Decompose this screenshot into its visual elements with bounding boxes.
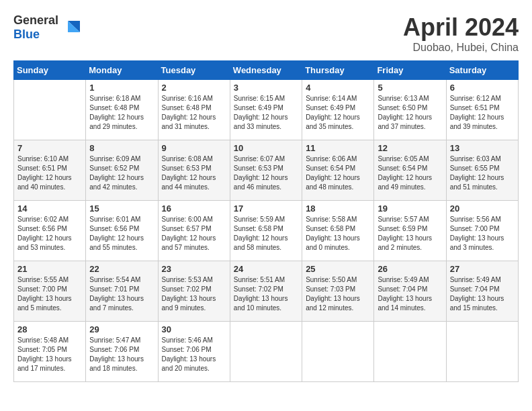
header-saturday: Saturday <box>446 61 518 80</box>
day-info: Sunrise: 5:49 AM Sunset: 7:04 PM Dayligh… <box>378 275 442 313</box>
day-info: Sunrise: 6:01 AM Sunset: 6:56 PM Dayligh… <box>89 215 154 253</box>
calendar-cell: 7Sunrise: 6:10 AM Sunset: 6:51 PM Daylig… <box>14 140 86 201</box>
day-number: 24 <box>234 264 298 274</box>
day-info: Sunrise: 6:02 AM Sunset: 6:56 PM Dayligh… <box>17 215 82 253</box>
calendar-cell: 22Sunrise: 5:54 AM Sunset: 7:01 PM Dayli… <box>86 261 158 322</box>
day-number: 13 <box>450 143 515 153</box>
day-number: 29 <box>89 324 154 334</box>
day-number: 8 <box>89 143 154 153</box>
calendar-table: SundayMondayTuesdayWednesdayThursdayFrid… <box>13 60 519 382</box>
header-thursday: Thursday <box>302 61 374 80</box>
calendar-cell <box>374 322 446 382</box>
day-info: Sunrise: 5:58 AM Sunset: 6:58 PM Dayligh… <box>306 215 370 253</box>
calendar-cell: 1Sunrise: 6:18 AM Sunset: 6:48 PM Daylig… <box>86 80 158 140</box>
calendar-cell: 5Sunrise: 6:13 AM Sunset: 6:50 PM Daylig… <box>374 80 446 140</box>
calendar-cell: 4Sunrise: 6:14 AM Sunset: 6:49 PM Daylig… <box>302 80 374 140</box>
day-info: Sunrise: 5:48 AM Sunset: 7:05 PM Dayligh… <box>17 336 82 373</box>
calendar-cell: 24Sunrise: 5:51 AM Sunset: 7:02 PM Dayli… <box>230 261 302 322</box>
header-monday: Monday <box>86 61 158 80</box>
header-sunday: Sunday <box>14 61 86 80</box>
logo-icon <box>61 17 81 38</box>
day-info: Sunrise: 5:59 AM Sunset: 6:58 PM Dayligh… <box>234 215 298 253</box>
day-number: 18 <box>306 203 370 214</box>
day-number: 17 <box>234 203 298 214</box>
logo: General Blue <box>13 13 81 42</box>
calendar-cell: 23Sunrise: 5:53 AM Sunset: 7:02 PM Dayli… <box>158 261 230 322</box>
day-info: Sunrise: 6:12 AM Sunset: 6:51 PM Dayligh… <box>450 94 515 132</box>
day-number: 10 <box>234 143 298 153</box>
day-info: Sunrise: 5:46 AM Sunset: 7:06 PM Dayligh… <box>162 336 226 373</box>
day-number: 28 <box>17 324 82 334</box>
calendar-cell: 29Sunrise: 5:47 AM Sunset: 7:06 PM Dayli… <box>86 322 158 382</box>
header-wednesday: Wednesday <box>230 61 302 80</box>
calendar-week-5: 28Sunrise: 5:48 AM Sunset: 7:05 PM Dayli… <box>14 322 519 382</box>
calendar-cell <box>230 322 302 382</box>
day-number: 11 <box>306 143 370 153</box>
day-number: 15 <box>89 203 154 214</box>
day-number: 14 <box>17 203 82 214</box>
month-title: April 2024 <box>403 13 519 42</box>
day-number: 1 <box>89 83 154 93</box>
calendar-cell: 8Sunrise: 6:09 AM Sunset: 6:52 PM Daylig… <box>86 140 158 201</box>
calendar-cell: 11Sunrise: 6:06 AM Sunset: 6:54 PM Dayli… <box>302 140 374 201</box>
day-number: 16 <box>162 203 226 214</box>
calendar-cell: 30Sunrise: 5:46 AM Sunset: 7:06 PM Dayli… <box>158 322 230 382</box>
day-info: Sunrise: 5:47 AM Sunset: 7:06 PM Dayligh… <box>89 336 154 373</box>
header-friday: Friday <box>374 61 446 80</box>
logo-blue-text: Blue <box>13 28 40 41</box>
calendar-cell: 10Sunrise: 6:07 AM Sunset: 6:53 PM Dayli… <box>230 140 302 201</box>
day-number: 7 <box>17 143 82 153</box>
day-info: Sunrise: 5:55 AM Sunset: 7:00 PM Dayligh… <box>17 275 82 313</box>
day-info: Sunrise: 6:05 AM Sunset: 6:54 PM Dayligh… <box>378 154 442 192</box>
calendar-cell: 25Sunrise: 5:50 AM Sunset: 7:03 PM Dayli… <box>302 261 374 322</box>
day-info: Sunrise: 6:06 AM Sunset: 6:54 PM Dayligh… <box>306 154 370 192</box>
day-info: Sunrise: 5:51 AM Sunset: 7:02 PM Dayligh… <box>234 275 298 313</box>
calendar-cell: 20Sunrise: 5:56 AM Sunset: 7:00 PM Dayli… <box>446 201 518 261</box>
day-number: 21 <box>17 264 82 274</box>
calendar-week-3: 14Sunrise: 6:02 AM Sunset: 6:56 PM Dayli… <box>14 201 519 261</box>
calendar-cell: 17Sunrise: 5:59 AM Sunset: 6:58 PM Dayli… <box>230 201 302 261</box>
calendar-cell: 19Sunrise: 5:57 AM Sunset: 6:59 PM Dayli… <box>374 201 446 261</box>
calendar-cell: 21Sunrise: 5:55 AM Sunset: 7:00 PM Dayli… <box>14 261 86 322</box>
day-info: Sunrise: 5:50 AM Sunset: 7:03 PM Dayligh… <box>306 275 370 313</box>
day-number: 4 <box>306 83 370 93</box>
logo-general-text: General <box>13 13 58 27</box>
calendar-cell: 27Sunrise: 5:49 AM Sunset: 7:04 PM Dayli… <box>446 261 518 322</box>
day-number: 27 <box>450 264 515 274</box>
day-info: Sunrise: 6:13 AM Sunset: 6:50 PM Dayligh… <box>378 94 442 132</box>
day-info: Sunrise: 6:07 AM Sunset: 6:53 PM Dayligh… <box>234 154 298 192</box>
calendar-cell: 9Sunrise: 6:08 AM Sunset: 6:53 PM Daylig… <box>158 140 230 201</box>
day-info: Sunrise: 5:49 AM Sunset: 7:04 PM Dayligh… <box>450 275 515 313</box>
calendar-cell: 14Sunrise: 6:02 AM Sunset: 6:56 PM Dayli… <box>14 201 86 261</box>
day-number: 26 <box>378 264 442 274</box>
title-area: April 2024 Duobao, Hubei, China <box>403 13 519 54</box>
day-info: Sunrise: 5:56 AM Sunset: 7:00 PM Dayligh… <box>450 215 515 253</box>
day-number: 19 <box>378 203 442 214</box>
calendar-cell: 26Sunrise: 5:49 AM Sunset: 7:04 PM Dayli… <box>374 261 446 322</box>
calendar-cell: 6Sunrise: 6:12 AM Sunset: 6:51 PM Daylig… <box>446 80 518 140</box>
day-info: Sunrise: 6:03 AM Sunset: 6:55 PM Dayligh… <box>450 154 515 192</box>
calendar-week-1: 1Sunrise: 6:18 AM Sunset: 6:48 PM Daylig… <box>14 80 519 140</box>
day-number: 25 <box>306 264 370 274</box>
calendar-cell: 3Sunrise: 6:15 AM Sunset: 6:49 PM Daylig… <box>230 80 302 140</box>
calendar-cell: 12Sunrise: 6:05 AM Sunset: 6:54 PM Dayli… <box>374 140 446 201</box>
day-number: 22 <box>89 264 154 274</box>
day-number: 2 <box>162 83 226 93</box>
calendar-cell: 18Sunrise: 5:58 AM Sunset: 6:58 PM Dayli… <box>302 201 374 261</box>
calendar-cell <box>14 80 86 140</box>
day-number: 23 <box>162 264 226 274</box>
calendar-header-row: SundayMondayTuesdayWednesdayThursdayFrid… <box>14 61 519 80</box>
calendar-cell: 28Sunrise: 5:48 AM Sunset: 7:05 PM Dayli… <box>14 322 86 382</box>
calendar-week-2: 7Sunrise: 6:10 AM Sunset: 6:51 PM Daylig… <box>14 140 519 201</box>
location-subtitle: Duobao, Hubei, China <box>403 42 519 54</box>
calendar-week-4: 21Sunrise: 5:55 AM Sunset: 7:00 PM Dayli… <box>14 261 519 322</box>
day-info: Sunrise: 6:00 AM Sunset: 6:57 PM Dayligh… <box>162 215 226 253</box>
calendar-cell: 16Sunrise: 6:00 AM Sunset: 6:57 PM Dayli… <box>158 201 230 261</box>
day-info: Sunrise: 6:09 AM Sunset: 6:52 PM Dayligh… <box>89 154 154 192</box>
day-info: Sunrise: 6:10 AM Sunset: 6:51 PM Dayligh… <box>17 154 82 192</box>
calendar-cell: 15Sunrise: 6:01 AM Sunset: 6:56 PM Dayli… <box>86 201 158 261</box>
day-info: Sunrise: 5:54 AM Sunset: 7:01 PM Dayligh… <box>89 275 154 313</box>
day-info: Sunrise: 6:16 AM Sunset: 6:48 PM Dayligh… <box>162 94 226 132</box>
day-number: 9 <box>162 143 226 153</box>
day-info: Sunrise: 6:18 AM Sunset: 6:48 PM Dayligh… <box>89 94 154 132</box>
